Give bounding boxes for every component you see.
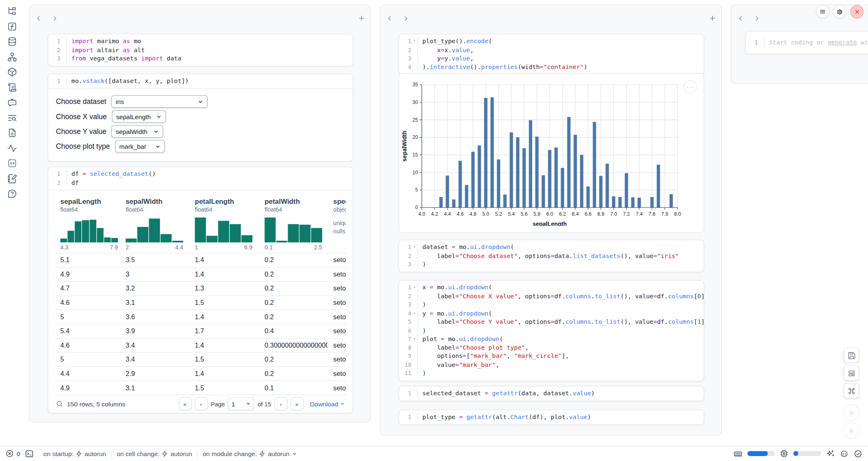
dataset-row: Choose dataset iris (56, 95, 345, 108)
column-collapse-left-icon[interactable] (736, 14, 745, 23)
search-icon[interactable] (56, 400, 63, 408)
bot-message-icon[interactable] (7, 97, 17, 107)
file-tree-icon[interactable] (7, 6, 17, 16)
table-row[interactable]: 4.931.40.2setosa (55, 267, 346, 281)
table-row[interactable]: 4.63.41.40.30000000000000004setosa (55, 338, 346, 352)
menu-button[interactable] (816, 5, 829, 18)
column-header[interactable]: speciesobjectunique:nulls: (328, 197, 346, 251)
x-value-select[interactable]: sepalLength (112, 110, 166, 123)
activity-icon[interactable] (7, 143, 17, 153)
ram-usage-meter (747, 451, 775, 456)
code-editor[interactable]: 1import marimo as mo2import altair as al… (48, 35, 353, 66)
add-cell-button[interactable] (357, 14, 366, 23)
code-editor-placeholder[interactable]: 1Start coding or generate with AI (746, 32, 868, 53)
command-shortcuts-button[interactable] (844, 383, 859, 399)
package-icon[interactable] (7, 67, 17, 77)
error-count-badge[interactable]: 0 (5, 449, 20, 458)
close-button[interactable] (850, 5, 863, 18)
column-header[interactable]: sepalLengthfloat644.37.9 (55, 197, 120, 251)
ai-sparkles-button[interactable] (826, 449, 835, 458)
save-button[interactable] (844, 348, 859, 363)
svg-text:5.6: 5.6 (521, 211, 528, 217)
run-all-button[interactable] (843, 422, 859, 439)
svg-text:8.0: 8.0 (674, 211, 681, 217)
chart-menu-button[interactable]: ··· (683, 80, 697, 93)
dataset-select[interactable]: iris (111, 95, 208, 108)
notebook-column-1: 1import marimo as mo2import altair as al… (29, 5, 371, 423)
svg-text:6.0: 6.0 (546, 211, 553, 217)
terminal-button[interactable] (25, 449, 34, 458)
code-editor[interactable]: 1▾x = mo.ui.dropdown(2 label="Choose X v… (399, 281, 704, 380)
last-page-button[interactable]: » (291, 398, 303, 410)
svg-text:4.6: 4.6 (457, 211, 464, 217)
svg-text:6.8: 6.8 (598, 211, 605, 217)
dataset-label: Choose dataset (56, 97, 106, 106)
file-text-icon[interactable] (7, 128, 17, 138)
first-page-button[interactable]: « (179, 398, 192, 410)
column-header[interactable]: sepalWidthfloat6424.4 (120, 197, 189, 251)
notebook-pen-icon[interactable] (7, 173, 17, 183)
divider (197, 449, 198, 458)
code-editor[interactable]: 1df = selected_dataset()2df (48, 167, 353, 191)
on-cell-change-setting[interactable]: on cell change: autorun (117, 450, 192, 457)
network-icon[interactable] (7, 52, 17, 62)
column-histogram (265, 217, 322, 242)
column-histogram (126, 217, 183, 242)
svg-text:35: 35 (412, 82, 418, 88)
status-bar: 0 on startup: autorun on cell change: au… (0, 446, 868, 461)
prev-page-button[interactable]: ‹ (195, 398, 208, 410)
x-value-row: Choose X value sepalLength (56, 111, 345, 123)
database-icon[interactable] (7, 37, 17, 46)
settings-gear-button[interactable] (833, 5, 846, 18)
add-cell-button[interactable] (708, 14, 717, 23)
next-page-button[interactable]: › (275, 398, 287, 410)
svg-text:4.0: 4.0 (418, 211, 425, 217)
column-histogram (60, 217, 118, 242)
code-editor[interactable]: 1▾plot_type().encode(2 x=x.value,3 y=y.v… (399, 35, 704, 74)
code-editor[interactable]: 1mo.vstack([dataset, x, y, plot]) (48, 74, 353, 89)
code-cell-xy-plot-dropdowns: 1▾x = mo.ui.dropdown(2 label="Choose X v… (399, 280, 704, 381)
text-search-icon[interactable] (7, 113, 17, 122)
column-header[interactable]: petalLengthfloat6416.9 (189, 197, 259, 251)
on-startup-setting[interactable]: on startup: autorun (44, 450, 106, 457)
code-square-icon[interactable] (7, 158, 17, 168)
function-square-icon[interactable] (7, 21, 17, 31)
svg-text:30: 30 (412, 99, 418, 105)
y-value-row: Choose Y value sepalWidth (56, 125, 345, 138)
layout-panels-button[interactable] (844, 365, 859, 381)
table-row[interactable]: 53.41.50.2setosa (55, 352, 346, 366)
sepal-bar-chart[interactable]: 4.04.24.44.64.85.05.25.45.65.86.06.26.46… (401, 78, 699, 226)
page-number-select[interactable]: 1 (228, 398, 254, 410)
column-collapse-left-icon[interactable] (34, 14, 43, 23)
code-editor[interactable]: 1plot_type = getattr(alt.Chart(df), plot… (399, 410, 704, 424)
svg-text:20: 20 (412, 134, 418, 140)
table-row[interactable]: 4.73.21.30.2setosa (55, 281, 346, 295)
code-cell-plot: 1▾plot_type().encode(2 x=x.value,3 y=y.v… (399, 34, 704, 75)
plot-type-select[interactable]: mark_bar (115, 140, 165, 153)
download-link[interactable]: Download (310, 401, 345, 407)
table-row[interactable]: 53.61.40.2setosa (55, 309, 346, 323)
column-collapse-left-icon[interactable] (385, 14, 394, 23)
connection-check-button[interactable] (854, 449, 863, 458)
help-message-icon[interactable] (7, 189, 17, 198)
column-expand-right-icon[interactable] (51, 14, 60, 23)
row-count-summary: 150 rows, 5 columns (67, 401, 125, 407)
table-row[interactable]: 4.93.11.50.1setosa (55, 380, 346, 394)
table-row[interactable]: 5.13.51.40.2setosa (55, 253, 346, 267)
svg-text:5.2: 5.2 (495, 211, 502, 217)
table-row[interactable]: 5.43.91.70.4setosa (55, 324, 346, 338)
copilot-button[interactable] (840, 449, 849, 458)
stop-run-button[interactable] (843, 405, 859, 421)
scroll-text-icon[interactable] (7, 82, 17, 92)
code-editor[interactable]: 1selected_dataset = getattr(data, datase… (399, 386, 704, 400)
table-row[interactable]: 4.42.91.40.2setosa (55, 366, 346, 380)
table-row[interactable]: 4.63.11.50.2setosa (55, 295, 346, 309)
y-value-select[interactable]: sepalWidth (111, 125, 164, 138)
x-value-label: Choose X value (56, 112, 107, 120)
column-header[interactable]: petalWidthfloat640.12.5 (259, 197, 328, 251)
svg-text:7.4: 7.4 (636, 211, 643, 217)
column-expand-right-icon[interactable] (752, 14, 761, 23)
on-module-change-setting[interactable]: on module change: autorun (203, 450, 297, 457)
column-expand-right-icon[interactable] (402, 14, 411, 23)
code-editor[interactable]: 1▾dataset = mo.ui.dropdown(2 label="Choo… (399, 240, 704, 272)
